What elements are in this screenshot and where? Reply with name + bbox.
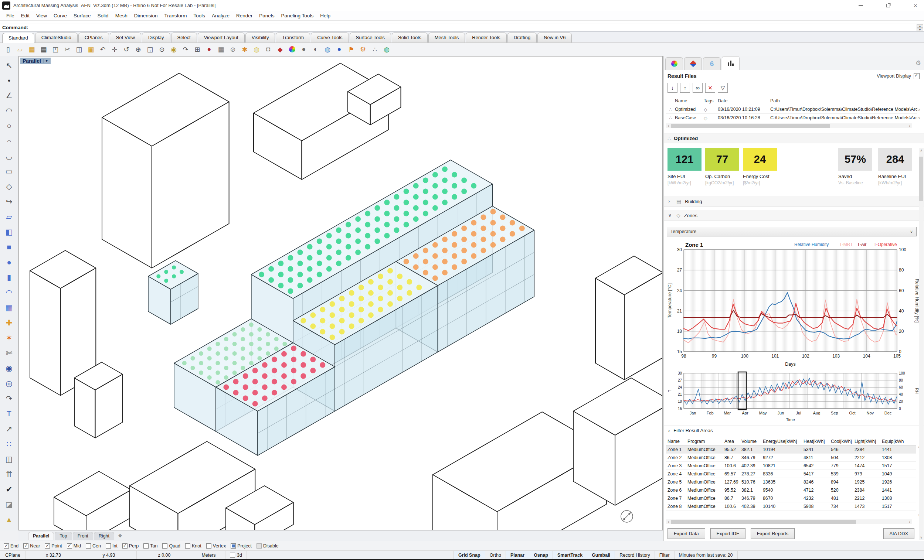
check-tool-icon[interactable]: ✔ bbox=[2, 482, 16, 497]
zoom-lens-icon[interactable]: ◉ bbox=[168, 44, 180, 55]
osnap-project[interactable]: Project bbox=[231, 544, 252, 548]
menu-paneling-tools[interactable]: Paneling Tools bbox=[278, 12, 317, 19]
render-icon[interactable]: ● bbox=[203, 44, 215, 55]
explode-tool-icon[interactable]: ✶ bbox=[2, 330, 16, 345]
tab-rhino6[interactable]: 6 bbox=[703, 57, 721, 70]
panel-settings-gear-icon[interactable]: ⚙ bbox=[915, 59, 921, 67]
view-tab-right[interactable]: Right bbox=[94, 532, 114, 540]
result-file-row[interactable]: ∴Optimized◇03/16/2020 10:21:09C:\Users\T… bbox=[666, 105, 917, 114]
toolbar-tab-set-view[interactable]: Set View bbox=[110, 33, 141, 42]
save-icon[interactable]: ▦ bbox=[26, 44, 38, 55]
toolbar-tab-render-tools[interactable]: Render Tools bbox=[466, 33, 506, 42]
sphere-dark-icon[interactable]: ● bbox=[298, 44, 310, 55]
ellipse-tool-icon[interactable]: ○ bbox=[2, 133, 16, 148]
osnap-checkbox-vertex[interactable] bbox=[206, 544, 212, 548]
zone-row-5[interactable]: Zone 5MediumOffice127.69510.761363582468… bbox=[666, 478, 916, 486]
toolbar-tab-climatestudio[interactable]: ClimateStudio bbox=[35, 33, 78, 42]
sphere-half-icon[interactable]: ◐ bbox=[310, 44, 321, 55]
paste-icon[interactable]: ▣ bbox=[85, 44, 97, 55]
menu-edit[interactable]: Edit bbox=[18, 12, 33, 19]
status-toggle-gumball[interactable]: Gumball bbox=[587, 551, 615, 559]
panel-vscrollbar[interactable]: ∧ ∨ bbox=[919, 148, 924, 540]
restore-button[interactable] bbox=[880, 0, 897, 11]
zone-row-1[interactable]: Zone 1MediumOffice95.52382.1101945341546… bbox=[666, 445, 916, 454]
menu-curve[interactable]: Curve bbox=[50, 12, 70, 19]
export-idf-button[interactable]: Export IDF bbox=[710, 528, 746, 539]
osnap-disable[interactable]: Disable bbox=[256, 544, 279, 548]
osnap-near[interactable]: Near bbox=[23, 544, 40, 548]
zone-row-3[interactable]: Zone 3MediumOffice100.6402.3910821654277… bbox=[666, 462, 916, 470]
menu-help[interactable]: Help bbox=[317, 12, 334, 19]
aia-ddx-button[interactable]: AIA DDX bbox=[884, 528, 915, 539]
polygon-tool-icon[interactable]: ◇ bbox=[2, 179, 16, 194]
osnap-checkbox-knot[interactable] bbox=[185, 544, 190, 548]
close-button[interactable]: ✕ bbox=[907, 0, 924, 11]
zoom-icon[interactable]: ⊕ bbox=[132, 44, 144, 55]
command-scroll-up-icon[interactable]: ▲ bbox=[916, 24, 923, 28]
toolbar-tab-viewport-layout[interactable]: Viewport Layout bbox=[198, 33, 244, 42]
new-file-icon[interactable]: ▯ bbox=[2, 44, 14, 55]
annotate-nodes-icon[interactable]: ✱ bbox=[239, 44, 250, 55]
osnap-cen[interactable]: Cen bbox=[86, 544, 101, 548]
cut-icon[interactable]: ✂ bbox=[62, 44, 73, 55]
polyline-tool-icon[interactable]: ∠ bbox=[2, 88, 16, 103]
osnap-checkbox-int[interactable] bbox=[106, 544, 111, 548]
zoom-window-icon[interactable]: ◱ bbox=[144, 44, 156, 55]
boolean-circles2-icon[interactable]: ◎ bbox=[2, 376, 16, 391]
files-scroll-down-icon[interactable]: ∨ bbox=[916, 114, 922, 122]
export-data-button[interactable]: Export Data bbox=[668, 528, 705, 539]
boolean-circles-icon[interactable]: ◉ bbox=[2, 361, 16, 376]
files-scroll-up-icon[interactable]: ∧ bbox=[916, 106, 922, 114]
status-3d-toggle[interactable]: 3d bbox=[225, 551, 247, 559]
osnap-knot[interactable]: Knot bbox=[185, 544, 201, 548]
circle-tool-icon[interactable]: ⊘ bbox=[227, 44, 239, 55]
zone-row-7[interactable]: Zone 7MediumOffice86.7346.79867042324812… bbox=[666, 494, 916, 502]
menu-analyze[interactable]: Analyze bbox=[208, 12, 233, 19]
toolbar-tab-surface-tools[interactable]: Surface Tools bbox=[350, 33, 392, 42]
menu-panels[interactable]: Panels bbox=[256, 12, 278, 19]
viewport-3d[interactable]: Parallel ▼ bbox=[18, 56, 663, 530]
loft-tool-icon[interactable]: ◠ bbox=[2, 285, 16, 300]
delete-result-button[interactable]: ✕ bbox=[705, 83, 715, 93]
osnap-checkbox-near[interactable] bbox=[23, 544, 28, 548]
zone-row-4[interactable]: Zone 4MediumOffice69.57278.2783365417539… bbox=[666, 470, 916, 478]
toolbar-tab-mesh-tools[interactable]: Mesh Tools bbox=[428, 33, 465, 42]
section-zones[interactable]: ∨ ◇ Zones bbox=[664, 210, 924, 221]
osnap-checkbox-mid[interactable] bbox=[67, 544, 72, 548]
tab-colorwheel[interactable] bbox=[665, 57, 683, 70]
zone-row-6[interactable]: Zone 6MediumOffice95.52382.1954047125202… bbox=[666, 486, 916, 494]
zone-row-8[interactable]: Zone 8MediumOffice100.6402.3910140590873… bbox=[666, 502, 916, 511]
osnap-checkbox-quad[interactable] bbox=[162, 544, 167, 548]
toolbar-tab-curve-tools[interactable]: Curve Tools bbox=[311, 33, 348, 42]
menu-file[interactable]: File bbox=[3, 12, 18, 19]
viewport-display-checkbox[interactable] bbox=[914, 73, 920, 79]
gear-icon[interactable]: ⚙ bbox=[357, 44, 369, 55]
boolean-tool-icon[interactable]: ✚ bbox=[2, 315, 16, 330]
surface-tool-icon[interactable]: ▱ bbox=[2, 209, 16, 224]
status-toggle-record-history[interactable]: Record History bbox=[615, 551, 655, 559]
osnap-vertex[interactable]: Vertex bbox=[206, 544, 226, 548]
menu-render[interactable]: Render bbox=[233, 12, 256, 19]
open-file-icon[interactable]: ▱ bbox=[14, 44, 26, 55]
menu-surface[interactable]: Surface bbox=[70, 12, 94, 19]
3d-checkbox[interactable] bbox=[230, 553, 235, 558]
result-file-row[interactable]: ∴BaseCase◇03/16/2020 10:16:28C:\Users\Ti… bbox=[666, 114, 917, 122]
viewport-title-dropdown[interactable]: Parallel ▼ bbox=[20, 58, 51, 64]
select-arrow-icon[interactable]: ↖ bbox=[2, 58, 16, 73]
lock-icon[interactable]: ◘ bbox=[262, 44, 274, 55]
osnap-quad[interactable]: Quad bbox=[162, 544, 180, 548]
text-tool-icon[interactable]: T bbox=[2, 406, 16, 421]
minimize-button[interactable] bbox=[852, 0, 869, 11]
status-toggle-grid-snap[interactable]: Grid Snap bbox=[454, 551, 485, 559]
metric-select-dropdown[interactable]: Temperature ∨ bbox=[667, 227, 916, 237]
status-toggle-smarttrack[interactable]: SmartTrack bbox=[553, 551, 587, 559]
view-tab-front[interactable]: Front bbox=[73, 532, 93, 540]
undo-icon[interactable]: ↶ bbox=[97, 44, 109, 55]
menu-transform[interactable]: Transform bbox=[161, 12, 190, 19]
osnap-checkbox-perp[interactable] bbox=[122, 544, 128, 548]
primitives-tool-icon[interactable]: ◪ bbox=[2, 497, 16, 512]
filter-result-button[interactable]: ▽ bbox=[718, 83, 728, 93]
result-files-hscrollbar[interactable]: ‹› bbox=[666, 123, 912, 128]
osnap-end[interactable]: End bbox=[4, 544, 18, 548]
osnap-int[interactable]: Int bbox=[106, 544, 117, 548]
